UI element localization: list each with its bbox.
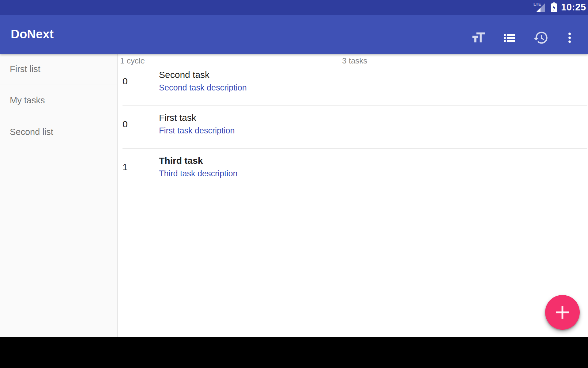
history-icon [533, 30, 549, 46]
battery-charging-icon [551, 2, 557, 12]
task-title: Second task [159, 70, 209, 80]
add-task-button[interactable] [545, 295, 580, 330]
app-title: DoNext [11, 15, 54, 54]
list-view-button[interactable] [498, 27, 520, 49]
more-options-icon [563, 31, 576, 44]
task-row[interactable]: 0 First task First task description [123, 106, 587, 149]
status-bar: LTE 10:25 [0, 0, 588, 15]
history-button[interactable] [530, 27, 552, 49]
task-description-link: Second task description [159, 83, 247, 93]
plus-icon [555, 305, 570, 320]
sidebar-item-label: My tasks [10, 95, 45, 105]
format-size-icon [470, 30, 486, 46]
sidebar-item-label: Second list [10, 127, 53, 137]
task-description-link: Third task description [159, 169, 238, 178]
sidebar-item-first-list[interactable]: First list [0, 54, 117, 85]
sidebar-item-my-tasks[interactable]: My tasks [0, 85, 117, 116]
task-row[interactable]: 0 Second task Second task description [123, 63, 587, 106]
task-cycle-count: 0 [123, 76, 137, 86]
sidebar-item-label: First list [10, 64, 40, 74]
donext-app-screen: LTE 10:25 DoNext [0, 0, 588, 368]
signal-strength-icon [537, 3, 545, 12]
list-icon [502, 30, 517, 45]
app-bar: DoNext [0, 15, 588, 54]
task-title: First task [159, 113, 196, 123]
lists-sidebar: First list My tasks Second list [0, 54, 118, 337]
task-title: Third task [159, 155, 203, 166]
sidebar-item-second-list[interactable]: Second list [0, 116, 117, 148]
task-description-link: First task description [159, 126, 235, 136]
android-navigation-bar [0, 337, 588, 368]
overflow-menu-button[interactable] [559, 27, 581, 49]
clock: 10:25 [561, 0, 586, 15]
task-cycle-count: 0 [123, 119, 137, 129]
task-cycle-count: 1 [123, 162, 137, 172]
task-row[interactable]: 1 Third task Third task description [123, 149, 587, 192]
task-list-panel: 1 cycle 3 tasks 0 Second task Second tas… [118, 54, 588, 337]
text-size-button[interactable] [467, 27, 489, 49]
